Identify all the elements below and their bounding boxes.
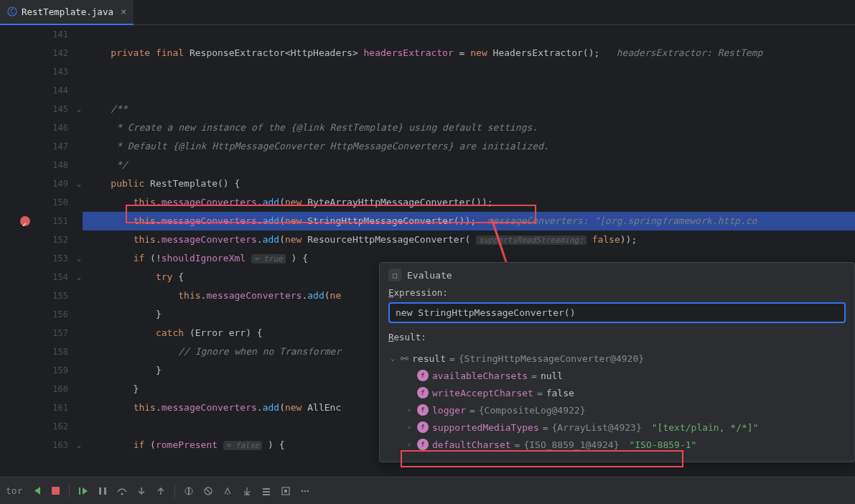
memory-button[interactable] <box>277 482 294 500</box>
tor-label: tor <box>6 485 22 496</box>
evaluate-header: ⬚ Evaluate <box>380 263 854 287</box>
svg-rect-4 <box>52 487 60 495</box>
more-button[interactable] <box>296 482 314 500</box>
svg-line-13 <box>205 488 211 494</box>
line-num: 150 <box>0 193 68 212</box>
line-num: 158 <box>0 342 68 361</box>
field-row[interactable]: f writeAcceptCharset = false <box>388 384 846 401</box>
line-num: 144 <box>0 81 68 100</box>
line-num: 156 <box>0 305 68 324</box>
svg-rect-17 <box>263 494 270 495</box>
evaluate-expression-button[interactable] <box>200 482 217 500</box>
close-icon[interactable]: × <box>121 6 126 17</box>
line-num: 145⌄ <box>0 100 68 118</box>
svg-point-20 <box>302 490 304 492</box>
field-row[interactable]: › f defaultCharset = {ISO_8859_1@4924} "… <box>388 436 846 453</box>
result-tree: ⌄ ⚯ result = {StringHttpMessageConverter… <box>380 347 854 462</box>
chevron-right-icon[interactable]: › <box>405 424 414 431</box>
line-num: 151 <box>0 212 68 230</box>
line-num: 157 <box>0 324 68 342</box>
result-label: Result: <box>380 332 854 347</box>
line-num: 152 <box>0 230 68 249</box>
line-num: 149⌄ <box>0 174 68 193</box>
line-num: 142 <box>0 44 68 62</box>
svg-rect-19 <box>284 490 287 493</box>
svg-rect-5 <box>79 487 80 495</box>
chevron-right-icon[interactable]: › <box>405 406 414 414</box>
field-row[interactable]: › f supportedMediaTypes = {ArrayList@492… <box>388 419 846 436</box>
threads-button[interactable] <box>258 482 275 500</box>
line-num: 153⌄ <box>0 249 68 268</box>
stop-button[interactable] <box>47 482 64 500</box>
line-num: 155 <box>0 286 68 305</box>
step-over-button[interactable] <box>113 482 131 500</box>
field-row[interactable]: › f logger = {CompositeLog@4922} <box>388 401 846 419</box>
field-icon: f <box>417 370 429 381</box>
line-num: 161 <box>0 398 68 417</box>
class-icon: C <box>7 6 17 17</box>
svg-text:C: C <box>10 8 14 15</box>
field-row[interactable]: f availableCharsets = null <box>388 367 846 384</box>
chevron-down-icon[interactable]: ⌄ <box>388 355 397 362</box>
line-num: 146 <box>0 118 68 137</box>
line-num: 141 <box>0 25 68 44</box>
rerun-button[interactable] <box>27 482 45 500</box>
field-icon: f <box>417 439 429 450</box>
field-icon: f <box>417 404 429 416</box>
gutter: 141 142 143 144 145⌄ 146 147 148 149⌄ 15… <box>0 25 83 477</box>
line-num: 143 <box>0 62 68 81</box>
field-icon: f <box>417 387 429 398</box>
evaluate-icon: ⬚ <box>388 269 401 281</box>
reset-frame-button[interactable] <box>238 482 256 500</box>
step-out-button[interactable] <box>152 482 169 500</box>
chevron-down-icon[interactable]: ⌄ <box>77 436 81 454</box>
svg-point-14 <box>227 493 228 495</box>
breakpoint-icon[interactable] <box>20 216 30 226</box>
tab-label: RestTemplate.java <box>22 6 113 17</box>
line-num: 159 <box>0 361 68 380</box>
svg-rect-8 <box>104 487 106 495</box>
result-root[interactable]: ⌄ ⚯ result = {StringHttpMessageConverter… <box>388 350 846 367</box>
svg-rect-16 <box>263 491 270 493</box>
field-icon: f <box>417 421 429 433</box>
svg-marker-6 <box>83 487 88 495</box>
line-num: 162 <box>0 417 68 436</box>
tab-bar: C RestTemplate.java × <box>0 0 855 25</box>
link-icon: ⚯ <box>401 353 408 364</box>
svg-rect-7 <box>99 487 101 495</box>
svg-point-22 <box>307 490 309 492</box>
chevron-down-icon[interactable]: ⌄ <box>77 174 81 193</box>
svg-point-9 <box>121 493 123 495</box>
line-num: 148 <box>0 156 68 174</box>
evaluate-title: Evaluate <box>407 270 452 281</box>
debug-toolbar: tor <box>0 477 855 504</box>
step-into-button[interactable] <box>133 482 150 500</box>
line-num: 154⌄ <box>0 268 68 286</box>
svg-point-21 <box>304 490 307 492</box>
expression-input[interactable] <box>388 302 846 323</box>
evaluate-popup: ⬚ Evaluate Expression: Result: ⌄ ⚯ resul… <box>379 262 855 462</box>
chevron-down-icon[interactable]: ⌄ <box>77 268 81 286</box>
resume-button[interactable] <box>75 482 92 500</box>
expression-label: Expression: <box>380 287 854 302</box>
line-num: 160 <box>0 380 68 398</box>
line-num: 147 <box>0 137 68 156</box>
chevron-down-icon[interactable]: ⌄ <box>77 100 81 118</box>
svg-rect-15 <box>263 488 270 490</box>
trace-button[interactable] <box>219 482 236 500</box>
chevron-down-icon[interactable]: ⌄ <box>77 249 81 268</box>
run-to-cursor-button[interactable] <box>180 482 197 500</box>
pause-button[interactable] <box>94 482 111 500</box>
line-num: 163⌄ <box>0 436 68 454</box>
file-tab[interactable]: C RestTemplate.java × <box>0 0 134 25</box>
chevron-right-icon[interactable]: › <box>405 441 414 448</box>
svg-rect-10 <box>188 487 190 495</box>
